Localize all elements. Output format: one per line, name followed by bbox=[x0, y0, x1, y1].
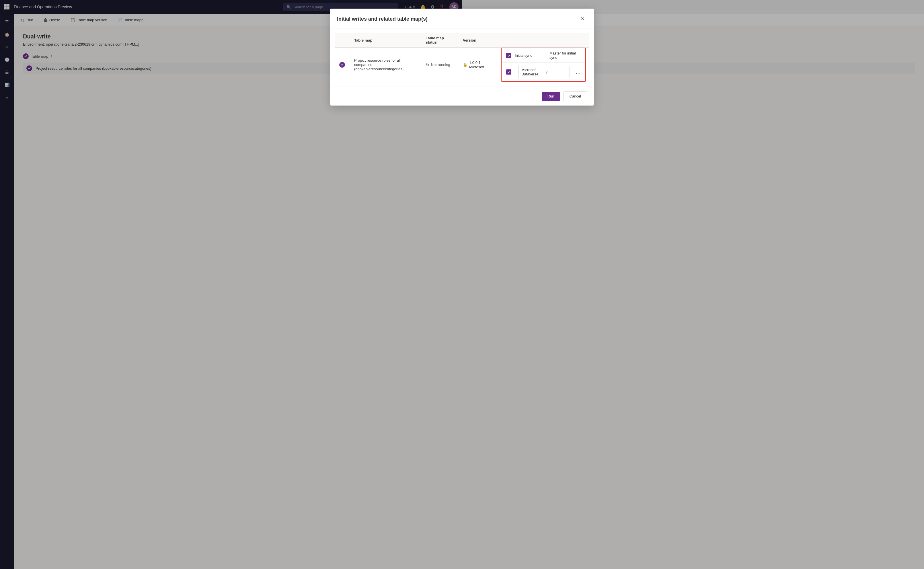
not-running-icon: ↻ bbox=[426, 62, 429, 67]
data-table: Table map Table map status Version bbox=[335, 33, 462, 82]
row-table-map-cell: Project resource roles for all companies… bbox=[350, 48, 421, 82]
modal-title: Initial writes and related table map(s) bbox=[337, 16, 428, 22]
modal-overlay: Initial writes and related table map(s) … bbox=[0, 0, 462, 284]
modal-header: Initial writes and related table map(s) … bbox=[330, 9, 462, 28]
th-check bbox=[335, 33, 350, 48]
table-header-row: Table map Table map status Version bbox=[335, 33, 462, 48]
modal-footer: Run Cancel bbox=[330, 87, 462, 105]
th-table-map: Table map bbox=[350, 33, 421, 48]
table-row: Project resource roles for all companies… bbox=[335, 48, 462, 82]
th-status: Table map status bbox=[421, 33, 458, 48]
modal-table-area: Table map Table map status Version bbox=[330, 28, 462, 87]
row-status-cell: ↻ Not running bbox=[421, 48, 458, 82]
row-check-cell bbox=[335, 48, 350, 82]
th-version: Version bbox=[458, 33, 462, 48]
row-check-icon bbox=[339, 62, 345, 68]
modal-body: Table map Table map status Version bbox=[330, 28, 462, 87]
modal: Initial writes and related table map(s) … bbox=[330, 9, 462, 105]
status-indicator: ↻ Not running bbox=[426, 62, 454, 67]
row-version-cell: 🔒 1.0.0.1 - Microsoft bbox=[458, 48, 462, 82]
